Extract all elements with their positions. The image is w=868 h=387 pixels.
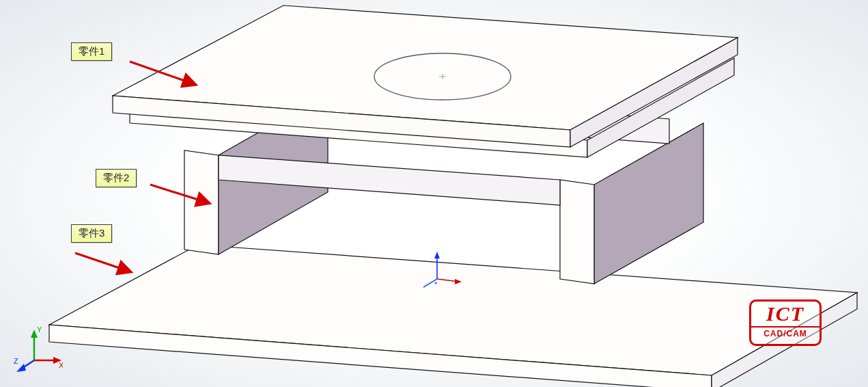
svg-marker-4 bbox=[560, 180, 594, 284]
annotation-part2[interactable]: 零件2 bbox=[96, 169, 137, 187]
annotation-part3[interactable]: 零件3 bbox=[71, 224, 112, 243]
cad-viewport[interactable]: * 零件1 零件2 零件3 ICT CAD/CAM Y X Z bbox=[0, 0, 868, 387]
watermark-badge: ICT CAD/CAM bbox=[749, 299, 822, 346]
triad-z-label: Z bbox=[14, 357, 18, 365]
svg-line-24 bbox=[75, 253, 120, 268]
svg-marker-3 bbox=[594, 123, 703, 284]
svg-text:*: * bbox=[434, 280, 438, 289]
annotation-part1[interactable]: 零件1 bbox=[71, 42, 112, 61]
svg-marker-17 bbox=[434, 252, 440, 258]
part3-geometry bbox=[49, 245, 857, 387]
svg-marker-5 bbox=[184, 150, 219, 254]
view-triad[interactable]: Y X Z bbox=[14, 323, 63, 372]
triad-x-label: X bbox=[59, 361, 63, 369]
watermark-subtitle: CAD/CAM bbox=[751, 326, 820, 340]
triad-y-label: Y bbox=[37, 325, 42, 334]
watermark-title: ICT bbox=[751, 302, 820, 326]
model-geometry: * bbox=[0, 0, 868, 387]
